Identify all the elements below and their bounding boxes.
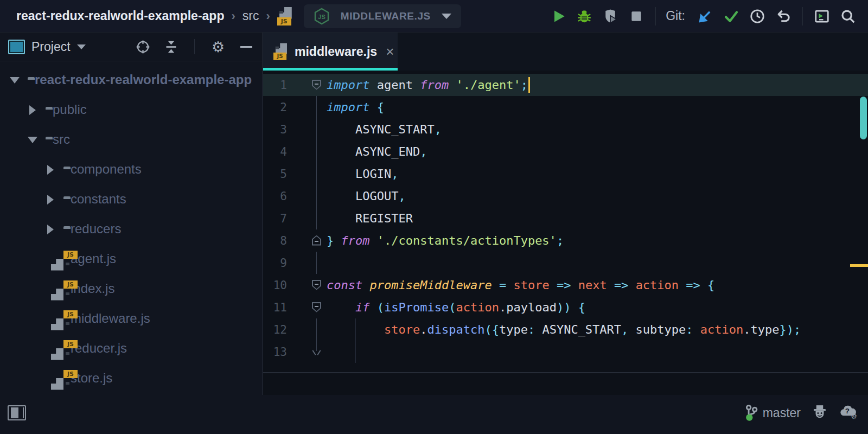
expand-arrow-icon[interactable] [28, 105, 36, 114]
code-line-8[interactable]: 8} from './constants/actionTypes'; [263, 229, 868, 252]
tree-item-reducer-js[interactable]: JSreducer.js [0, 333, 262, 363]
tree-item-components[interactable]: components [0, 154, 262, 184]
code-line-13[interactable]: 13 [263, 341, 868, 363]
tree-item-src[interactable]: src [0, 124, 262, 154]
code-line-11[interactable]: 11 if (isPromise(action.payload)) { [263, 296, 868, 318]
code-text: ASYNC_END, [327, 145, 427, 158]
code-line-5[interactable]: 5 LOGIN, [263, 163, 868, 185]
tree-item-middleware-js[interactable]: JSmiddleware.js [0, 303, 262, 333]
git-branch-widget[interactable]: master [743, 404, 801, 422]
tree-item-reducers[interactable]: reducers [0, 214, 262, 244]
expand-arrow-icon[interactable] [28, 135, 36, 144]
code-editor[interactable]: 1import agent from './agent';2import {3 … [263, 71, 868, 373]
incognito-icon[interactable] [812, 404, 828, 422]
tree-item-label: reducer.js [71, 341, 127, 356]
code-line-2[interactable]: 2import { [263, 96, 868, 118]
tab-middleware-js[interactable]: JS middleware.js × [263, 33, 398, 71]
line-number[interactable]: 11 [263, 301, 287, 314]
run-configuration-selector[interactable]: JS MIDDLEWARE.JS [304, 4, 461, 28]
code-line-6[interactable]: 6 LOGOUT, [263, 185, 868, 207]
line-number[interactable]: 2 [263, 101, 287, 114]
tree-indent [46, 284, 54, 293]
code-line-9[interactable]: 9 [263, 252, 868, 274]
main-toolbar: react-redux-realworld-example-app › src … [0, 0, 868, 33]
line-number[interactable]: 8 [263, 234, 287, 247]
code-line-10[interactable]: 10const promiseMiddleware = store => nex… [263, 274, 868, 296]
run-console-button[interactable] [810, 5, 833, 28]
line-number[interactable]: 6 [263, 190, 287, 203]
status-bar-widgets: master ? ⚙ [743, 404, 857, 422]
tree-item-constants[interactable]: constants [0, 184, 262, 214]
git-branch-icon [743, 404, 760, 422]
breadcrumb-chevron-icon: › [231, 9, 235, 23]
history-button[interactable] [746, 5, 769, 28]
indent-guide [355, 318, 356, 341]
hide-tool-window-button[interactable] [237, 37, 256, 56]
fold-marker-icon[interactable] [312, 302, 321, 312]
locate-file-button[interactable] [133, 37, 152, 56]
svg-text:⚙: ⚙ [851, 412, 857, 420]
gutter-fold-column [287, 341, 327, 363]
git-update-button[interactable] [694, 5, 717, 28]
code-text: REGISTER [327, 212, 413, 225]
search-everywhere-button[interactable] [837, 5, 859, 28]
line-number[interactable]: 5 [263, 168, 287, 181]
fold-marker-icon[interactable] [312, 280, 321, 290]
collapse-all-button[interactable] [162, 37, 180, 56]
expand-arrow-icon[interactable] [46, 165, 54, 174]
code-line-3[interactable]: 3 ASYNC_START, [263, 118, 868, 141]
git-commit-button[interactable] [720, 5, 743, 28]
expand-arrow-icon[interactable] [46, 225, 54, 233]
svg-text:JS: JS [318, 14, 325, 20]
breadcrumb-folder[interactable]: src [242, 9, 259, 23]
tree-item-react-redux-realworld-example-app[interactable]: react-redux-realworld-example-app [0, 65, 262, 94]
code-line-7[interactable]: 7 REGISTER [263, 207, 868, 229]
fold-end-icon [312, 350, 321, 355]
fold-marker-icon[interactable] [312, 80, 321, 90]
js-file-icon[interactable]: JS [277, 7, 292, 25]
fold-marker-icon[interactable] [312, 235, 321, 246]
gutter-fold-column [287, 118, 327, 141]
code-line-1[interactable]: 1import agent from './agent'; [263, 74, 868, 96]
line-number[interactable]: 3 [263, 123, 287, 136]
tree-item-public[interactable]: public [0, 94, 262, 124]
tree-item-label: components [71, 162, 142, 177]
gutter-fold-column [287, 96, 327, 118]
line-number[interactable]: 13 [263, 346, 287, 359]
cloud-question-icon[interactable]: ? ⚙ [839, 404, 857, 422]
line-number[interactable]: 9 [263, 257, 287, 270]
editor-tab-bar: JS middleware.js × [263, 33, 868, 71]
tree-item-store-js[interactable]: JSstore.js [0, 363, 262, 393]
project-view-title[interactable]: Project [31, 40, 71, 54]
rollback-button[interactable] [772, 5, 795, 28]
code-line-12[interactable]: 12 store.dispatch({type: ASYNC_START, su… [263, 318, 868, 341]
line-number[interactable]: 7 [263, 212, 287, 225]
line-number[interactable]: 4 [263, 145, 287, 158]
tree-item-label: reducers [71, 221, 121, 237]
expand-arrow-icon[interactable] [46, 195, 54, 203]
line-number[interactable]: 1 [263, 79, 287, 92]
tree-item-index-js[interactable]: JSindex.js [0, 273, 262, 303]
git-label: Git: [666, 9, 685, 23]
tree-item-label: src [53, 132, 70, 147]
run-button[interactable] [547, 5, 570, 28]
line-number[interactable]: 10 [263, 279, 287, 292]
expand-arrow-icon[interactable] [10, 75, 18, 84]
tree-item-label: react-redux-realworld-example-app [35, 72, 252, 87]
settings-gear-icon[interactable]: ⚙ [209, 37, 227, 56]
debug-button[interactable] [573, 5, 596, 28]
chevron-down-icon[interactable] [77, 44, 86, 49]
line-number[interactable]: 12 [263, 323, 287, 336]
code-text: if (isPromise(action.payload)) { [327, 301, 585, 314]
breadcrumb-project[interactable]: react-redux-realworld-example-app [16, 9, 224, 23]
profiler-button[interactable] [599, 5, 622, 28]
tree-item-label: constants [71, 192, 126, 207]
code-line-4[interactable]: 4 ASYNC_END, [263, 141, 868, 163]
tool-window-layout-icon[interactable] [8, 405, 26, 420]
stop-button[interactable] [625, 5, 648, 28]
code-text: LOGOUT, [327, 189, 406, 203]
close-icon[interactable]: × [386, 44, 394, 59]
toolbar-separator [655, 7, 656, 25]
code-text: LOGIN, [327, 167, 398, 181]
tree-item-agent-js[interactable]: JSagent.js [0, 244, 262, 273]
